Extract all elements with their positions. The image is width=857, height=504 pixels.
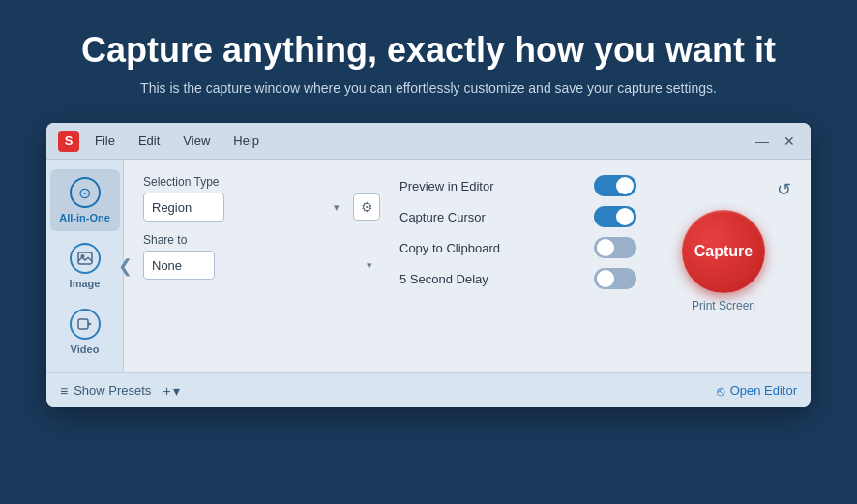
sidebar-label-image: Image xyxy=(70,278,101,289)
add-dropdown-icon: ▾ xyxy=(173,383,180,399)
menu-view[interactable]: View xyxy=(179,132,214,150)
main-content: ⊙ All-in-One Image xyxy=(46,160,811,372)
bottom-bar: ≡ Show Presets + ▾ ⎋ Open Editor xyxy=(46,372,811,407)
preview-editor-toggle[interactable] xyxy=(594,175,636,196)
image-icon xyxy=(70,243,101,274)
svg-rect-2 xyxy=(78,319,88,329)
add-icon: + xyxy=(163,383,170,399)
selection-type-row: Region Full Screen Window ⚙ xyxy=(143,193,380,222)
preview-editor-row: Preview in Editor xyxy=(399,175,636,196)
menu-file[interactable]: File xyxy=(91,132,119,150)
open-editor-label: Open Editor xyxy=(730,383,797,398)
capture-panel: ↺ Capture Print Screen xyxy=(656,175,791,357)
menu-help[interactable]: Help xyxy=(229,132,263,150)
sidebar-item-allinone[interactable]: ⊙ All-in-One xyxy=(50,169,120,231)
video-icon xyxy=(70,309,101,340)
share-to-group: Share to None Email Clipboard xyxy=(143,233,380,280)
second-delay-row: 5 Second Delay xyxy=(399,268,636,289)
menu-bar: File Edit View Help xyxy=(91,132,753,150)
reset-icon[interactable]: ↺ xyxy=(777,179,791,200)
sidebar-item-video[interactable]: Video xyxy=(50,301,120,363)
sidebar: ⊙ All-in-One Image xyxy=(46,160,124,372)
second-delay-toggle[interactable] xyxy=(594,268,636,289)
selection-type-group: Selection Type Region Full Screen Window… xyxy=(143,175,380,222)
selection-type-label: Selection Type xyxy=(143,175,380,189)
selection-type-settings-button[interactable]: ⚙ xyxy=(353,193,380,221)
sidebar-item-image[interactable]: Image xyxy=(50,235,120,297)
menu-edit[interactable]: Edit xyxy=(134,132,163,150)
preview-editor-label: Preview in Editor xyxy=(399,179,494,193)
sidebar-label-allinone: All-in-One xyxy=(59,212,110,223)
app-window: S File Edit View Help — ✕ ⊙ All-in-One xyxy=(46,123,811,407)
right-panel: Preview in Editor Capture Cursor Copy to… xyxy=(399,175,636,357)
sidebar-label-video: Video xyxy=(71,343,100,355)
selection-type-wrapper: Region Full Screen Window xyxy=(143,193,347,222)
bottom-left: ≡ Show Presets + ▾ xyxy=(60,383,180,399)
selection-type-select[interactable]: Region Full Screen Window xyxy=(143,193,224,222)
show-presets-label: Show Presets xyxy=(74,383,151,398)
controls-area: ❮ Selection Type Region Full Screen Wind… xyxy=(124,160,811,372)
capture-button[interactable]: Capture xyxy=(682,210,765,293)
share-to-select[interactable]: None Email Clipboard xyxy=(143,251,215,280)
second-delay-label: 5 Second Delay xyxy=(399,272,488,286)
app-logo: S xyxy=(58,131,79,152)
svg-marker-3 xyxy=(88,322,92,326)
hero-subtitle: This is the capture window where you can… xyxy=(140,80,717,96)
capture-cursor-label: Capture Cursor xyxy=(399,210,486,224)
show-presets-button[interactable]: ≡ Show Presets xyxy=(60,383,151,399)
copy-clipboard-toggle[interactable] xyxy=(594,237,636,258)
hero-title: Capture anything, exactly how you want i… xyxy=(81,29,776,71)
open-editor-button[interactable]: ⎋ Open Editor xyxy=(717,383,797,399)
close-button[interactable]: ✕ xyxy=(780,132,799,151)
copy-clipboard-row: Copy to Clipboard xyxy=(399,237,636,258)
minimize-button[interactable]: — xyxy=(753,132,772,151)
share-to-label: Share to xyxy=(143,233,380,247)
copy-clipboard-label: Copy to Clipboard xyxy=(399,241,500,255)
title-bar: S File Edit View Help — ✕ xyxy=(46,123,811,160)
left-panel: Selection Type Region Full Screen Window… xyxy=(143,175,380,357)
add-preset-button[interactable]: + ▾ xyxy=(163,383,179,399)
presets-list-icon: ≡ xyxy=(60,383,68,399)
collapse-icon[interactable]: ❮ xyxy=(118,255,133,277)
capture-cursor-toggle[interactable] xyxy=(594,206,636,227)
external-link-icon: ⎋ xyxy=(717,383,724,399)
title-bar-controls: — ✕ xyxy=(753,132,799,151)
allinone-icon: ⊙ xyxy=(70,177,101,208)
share-to-wrapper: None Email Clipboard xyxy=(143,251,380,280)
print-screen-label: Print Screen xyxy=(692,299,755,312)
capture-cursor-row: Capture Cursor xyxy=(399,206,636,227)
